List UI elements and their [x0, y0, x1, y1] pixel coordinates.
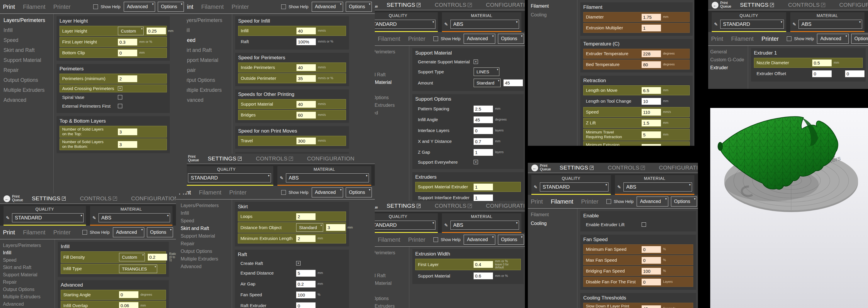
sidebar-item-multiple-extruders[interactable]: Multiple Extruders — [3, 294, 55, 300]
value-input[interactable]: 2.5 — [473, 105, 493, 112]
edit-material-icon[interactable]: ✎ — [793, 22, 797, 27]
options-menu-button[interactable]: Options▾ — [158, 2, 184, 12]
value-input[interactable]: 0 — [642, 257, 661, 264]
sidebar-item-cooling[interactable]: Cooling — [531, 12, 577, 18]
dropdown-custom[interactable]: Custom▾ — [119, 253, 145, 261]
sidebar-item-cooling[interactable]: Cooling — [531, 221, 577, 226]
checkbox-checked[interactable]: × — [473, 60, 478, 64]
value-input[interactable]: 100 — [642, 268, 661, 275]
value-input[interactable]: 40 — [297, 28, 316, 34]
checkbox-checked[interactable]: × — [118, 86, 122, 91]
value-input[interactable]: 1 — [473, 184, 493, 190]
sidebar-item-repair[interactable]: Repair — [181, 241, 232, 246]
dropdown-custom[interactable]: Custom▾ — [118, 27, 144, 35]
value-input[interactable]: 0.06 — [119, 302, 138, 308]
tab-print[interactable]: Print — [3, 3, 15, 10]
material-select[interactable]: ABS▾ — [286, 173, 369, 182]
value-input[interactable]: 6.5 — [642, 87, 661, 94]
value-input[interactable]: 5 — [296, 270, 315, 277]
nav-configuration[interactable]: CONFIGURATION — [486, 203, 525, 209]
show-help-checkbox[interactable] — [93, 4, 98, 9]
sidebar-item-infill[interactable]: Infill — [3, 250, 55, 255]
value-input[interactable]: 3 — [118, 141, 137, 148]
sidebar-item-repair[interactable]: Repair — [3, 280, 55, 285]
sidebar-item-output-options[interactable]: Output Options — [3, 287, 55, 292]
value-input[interactable]: 100 — [296, 291, 315, 298]
quality-select[interactable]: STANDARD▾ — [188, 173, 271, 182]
options-menu-button[interactable]: Options▾ — [498, 235, 524, 245]
show-help-checkbox[interactable] — [281, 4, 286, 9]
value-input[interactable]: 40 — [642, 305, 661, 308]
nav-controls[interactable]: CONTROLS↗ — [435, 203, 472, 209]
value-input[interactable]: 1 — [473, 149, 493, 156]
advanced-level-select[interactable]: Advanced▾ — [637, 196, 668, 207]
advanced-level-select[interactable]: Advanced▾ — [124, 2, 155, 12]
show-help-checkbox[interactable] — [433, 237, 438, 242]
value-input[interactable]: 228 — [642, 51, 661, 57]
value-input[interactable]: 2 — [296, 235, 315, 242]
value-input[interactable]: 0.5 — [812, 60, 832, 66]
tab-print[interactable]: Print — [3, 229, 15, 236]
value-input[interactable]: 0.4 — [473, 261, 493, 268]
nav-settings[interactable]: SETTINGS↗ — [208, 155, 242, 162]
edit-quality-icon[interactable]: ✎ — [534, 185, 537, 190]
dropdown-triangles[interactable]: TRIANGLES▾ — [119, 265, 157, 273]
sidebar-item-general[interactable]: General — [710, 49, 748, 55]
value-input[interactable]: 0.3 — [118, 39, 137, 45]
sidebar-item-multiple-extruders[interactable]: Multiple Extruders — [3, 87, 53, 93]
value-input[interactable]: 300 — [297, 137, 316, 144]
value-input[interactable]: 1 — [642, 25, 661, 31]
value-input[interactable]: 0.2 — [148, 254, 167, 260]
tab-filament[interactable]: Filament — [199, 189, 221, 196]
value-input[interactable]: 0 — [812, 70, 832, 77]
material-select[interactable]: ABS▾ — [799, 20, 862, 29]
sidebar-item-layers-perimeters[interactable]: Layers/Perimeters — [3, 17, 53, 24]
value-input[interactable]: 0 — [296, 302, 315, 308]
value-input[interactable]: 5 — [642, 131, 661, 138]
sidebar-item-speed[interactable]: Speed — [3, 257, 55, 263]
quality-select[interactable]: STANDARD▾ — [12, 213, 84, 222]
value-input[interactable]: 3 — [118, 128, 137, 135]
dropdown-lines[interactable]: LINES▾ — [473, 67, 499, 76]
tab-filament[interactable]: Filament — [551, 198, 573, 205]
nav-settings[interactable]: SETTINGS↗ — [387, 2, 421, 8]
sidebar-item-advanced[interactable]: Advanced — [181, 264, 232, 269]
tab-printer[interactable]: Printer — [53, 229, 71, 236]
tab-print[interactable]: Print — [711, 35, 723, 42]
nav-configuration[interactable]: CONFIGURATION — [307, 155, 354, 162]
nav-controls[interactable]: CONTROLS↗ — [435, 2, 472, 8]
material-select[interactable]: ABS▾ — [451, 20, 519, 29]
value-input[interactable]: 110 — [642, 109, 661, 116]
nav-settings[interactable]: SETTINGS↗ — [740, 2, 774, 8]
tab-printer[interactable]: Printer — [762, 35, 779, 42]
print-queue-button[interactable]: ←Print Queue — [531, 164, 551, 171]
tab-filament[interactable]: Filament — [731, 35, 754, 42]
nav-settings[interactable]: SETTINGS↗ — [560, 164, 594, 171]
options-menu-button[interactable]: Options▾ — [851, 34, 868, 44]
nav-configuration[interactable]: CONFIGURATION — [131, 195, 176, 202]
advanced-level-select[interactable]: Advanced▾ — [113, 227, 144, 237]
show-help-checkbox[interactable] — [281, 190, 286, 195]
tab-filament[interactable]: Filament — [378, 35, 400, 42]
value-input[interactable]: 0 — [642, 279, 661, 285]
sidebar-item-support-material[interactable]: Support Material — [181, 234, 232, 239]
value-input[interactable]: 10 — [642, 98, 661, 105]
value-input[interactable]: 45 — [473, 117, 493, 123]
tab-print[interactable]: Print — [531, 198, 543, 205]
edit-material-icon[interactable]: ✎ — [444, 223, 448, 228]
value-input[interactable]: 0.6 — [473, 273, 493, 279]
dropdown-standard[interactable]: Standard▾ — [473, 79, 501, 87]
checkbox-checked[interactable]: × — [473, 160, 478, 164]
tab-printer[interactable]: Printer — [408, 35, 426, 42]
value-input[interactable]: 2 — [118, 75, 137, 82]
sidebar-item-layers-perimeters[interactable]: Layers/Perimeters — [181, 203, 232, 208]
edit-material-icon[interactable]: ✎ — [617, 185, 621, 190]
edit-quality-icon[interactable]: ✎ — [6, 215, 10, 221]
value-input[interactable]: 40 — [297, 101, 316, 107]
options-menu-button[interactable]: Options▾ — [147, 227, 173, 237]
tab-printer[interactable]: Printer — [229, 189, 247, 196]
material-select[interactable]: ABS▾ — [451, 221, 519, 230]
value-input[interactable]: 1.5 — [642, 120, 661, 126]
value-input[interactable]: 35 — [297, 75, 316, 82]
advanced-level-select[interactable]: Advanced▾ — [464, 34, 495, 44]
